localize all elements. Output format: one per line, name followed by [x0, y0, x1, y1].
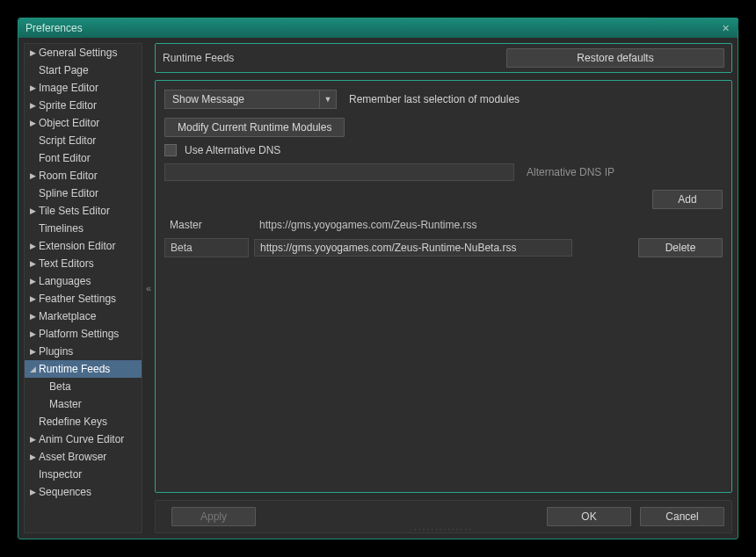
restore-defaults-button[interactable]: Restore defaults — [506, 48, 724, 68]
sidebar-item[interactable]: Beta — [25, 378, 142, 395]
arrow-right-icon: ▶ — [30, 452, 39, 461]
arrow-right-icon: ▶ — [30, 83, 39, 92]
sidebar-item-label: Tile Sets Editor — [39, 205, 110, 217]
sidebar-item[interactable]: ▶Text Editors — [25, 255, 142, 272]
modify-runtime-modules-label: Modify Current Runtime Modules — [178, 121, 331, 134]
modify-runtime-modules-button[interactable]: Modify Current Runtime Modules — [164, 118, 345, 137]
sidebar-item-label: Text Editors — [39, 257, 94, 270]
row-add: Add — [164, 190, 723, 209]
sidebar-item[interactable]: ▶Languages — [25, 272, 142, 290]
window-title: Preferences — [25, 22, 83, 34]
row-modify: Modify Current Runtime Modules — [164, 118, 723, 137]
sidebar-item[interactable]: ▶Marketplace — [25, 307, 142, 325]
show-message-dropdown[interactable]: Show Message ▼ — [164, 90, 337, 109]
sidebar-item[interactable]: ▶Font Editor — [25, 149, 142, 167]
sidebar-item[interactable]: ▶General Settings — [25, 44, 142, 61]
main-panel: Runtime Feeds Restore defaults Show Mess… — [155, 43, 732, 533]
sidebar-item[interactable]: ▶Platform Settings — [25, 325, 142, 343]
row-alt-dns-input: Alternative DNS IP — [164, 163, 723, 181]
cancel-button[interactable]: Cancel — [640, 507, 724, 526]
use-alt-dns-label: Use Alternative DNS — [185, 144, 280, 156]
sidebar-item[interactable]: ▶Spline Editor — [25, 184, 142, 202]
feed-row: BetaDelete — [164, 237, 723, 258]
sidebar-item-label: Asset Browser — [39, 451, 106, 463]
sidebar-item-label: General Settings — [39, 47, 117, 59]
ok-button[interactable]: OK — [547, 507, 631, 526]
sidebar-item[interactable]: ▶Asset Browser — [25, 448, 142, 466]
arrow-right-icon: ▶ — [30, 259, 39, 268]
arrow-right-icon: ▶ — [30, 171, 39, 180]
ok-label: OK — [581, 510, 596, 523]
sidebar-item-label: Font Editor — [39, 152, 91, 164]
sidebar-item[interactable]: ▶Extension Editor — [25, 237, 142, 255]
sidebar-item[interactable]: ▶Room Editor — [25, 167, 142, 184]
sidebar-item-label: Timelines — [39, 222, 84, 235]
add-feed-button[interactable]: Add — [652, 190, 723, 209]
arrow-right-icon: ▶ — [30, 242, 39, 250]
use-alt-dns-checkbox[interactable] — [164, 144, 177, 156]
feed-url-input[interactable] — [254, 239, 572, 257]
resize-grip-icon[interactable]: ·············· — [414, 524, 473, 534]
remember-label: Remember last selection of modules — [349, 93, 520, 105]
restore-defaults-label: Restore defaults — [577, 52, 653, 64]
feed-row: Masterhttps://gms.yoyogames.com/Zeus-Run… — [164, 214, 723, 235]
sidebar-item[interactable]: ▶Script Editor — [25, 132, 142, 149]
arrow-down-icon: ◢ — [30, 365, 39, 373]
add-feed-label: Add — [678, 193, 696, 206]
chevron-down-icon[interactable]: ▼ — [319, 90, 337, 109]
arrow-right-icon: ▶ — [30, 48, 39, 57]
titlebar: Preferences ✕ — [18, 18, 738, 38]
sidebar-item[interactable]: Master — [25, 395, 142, 413]
row-alt-dns-check: Use Alternative DNS — [164, 144, 723, 156]
sidebar-item-label: Beta — [49, 380, 71, 393]
sidebar-item-label: Feather Settings — [39, 293, 116, 305]
footer: Apply OK Cancel ·············· — [155, 500, 732, 533]
window-body: ▶General Settings▶Start Page▶Image Edito… — [18, 38, 738, 539]
apply-button[interactable]: Apply — [171, 507, 256, 526]
sidebar-item[interactable]: ▶Plugins — [25, 343, 142, 360]
panel-content: Show Message ▼ Remember last selection o… — [155, 80, 732, 493]
sidebar-item[interactable]: ▶Redefine Keys — [25, 413, 142, 430]
arrow-right-icon: ▶ — [30, 347, 39, 356]
sidebar-collapse-handle[interactable]: « — [142, 43, 155, 533]
sidebar-item-label: Script Editor — [39, 134, 96, 147]
feed-name[interactable]: Beta — [164, 238, 249, 257]
arrow-right-icon: ▶ — [30, 119, 39, 127]
apply-label: Apply — [200, 510, 227, 523]
sidebar-item[interactable]: ▶Inspector — [25, 466, 142, 483]
sidebar-item[interactable]: ▶Timelines — [25, 220, 142, 237]
row-show-message: Show Message ▼ Remember last selection o… — [164, 90, 723, 109]
feeds-list: Masterhttps://gms.yoyogames.com/Zeus-Run… — [164, 214, 723, 258]
arrow-right-icon: ▶ — [30, 277, 39, 286]
sidebar-item-label: Platform Settings — [39, 328, 119, 340]
sidebar-item-label: Marketplace — [39, 310, 96, 322]
sidebar-item[interactable]: ▶Anim Curve Editor — [25, 430, 142, 448]
sidebar-item[interactable]: ▶Sprite Editor — [25, 97, 142, 114]
close-icon[interactable]: ✕ — [718, 21, 732, 35]
sidebar-item[interactable]: ▶Image Editor — [25, 79, 142, 97]
arrow-right-icon: ▶ — [30, 206, 39, 215]
sidebar-item-label: Extension Editor — [39, 240, 115, 252]
sidebar-item-label: Object Editor — [39, 117, 99, 129]
preferences-window: Preferences ✕ ▶General Settings▶Start Pa… — [18, 18, 738, 539]
feed-name: Master — [164, 215, 249, 235]
sidebar-item[interactable]: ◢Runtime Feeds — [25, 360, 142, 378]
arrow-right-icon: ▶ — [30, 488, 39, 496]
sidebar-item[interactable]: ▶Tile Sets Editor — [25, 202, 142, 220]
chevron-left-icon: « — [146, 283, 151, 293]
sidebar-item[interactable]: ▶Object Editor — [25, 114, 142, 132]
arrow-right-icon: ▶ — [30, 329, 39, 338]
sidebar-item-label: Sprite Editor — [39, 99, 97, 112]
sidebar-item[interactable]: ▶Feather Settings — [25, 290, 142, 307]
sidebar-item-label: Anim Curve Editor — [39, 433, 124, 445]
sidebar-item[interactable]: ▶Start Page — [25, 61, 142, 79]
alt-dns-input[interactable] — [164, 163, 514, 181]
sidebar-wrap: ▶General Settings▶Start Page▶Image Edito… — [24, 43, 155, 533]
sidebar-item-label: Languages — [39, 275, 91, 287]
sidebar-item-label: Master — [49, 398, 82, 410]
sidebar-item[interactable]: ▶Sequences — [25, 483, 142, 501]
sidebar[interactable]: ▶General Settings▶Start Page▶Image Edito… — [24, 43, 142, 533]
sidebar-item-label: Image Editor — [39, 82, 98, 94]
delete-feed-button[interactable]: Delete — [638, 238, 723, 257]
sidebar-item-label: Runtime Feeds — [39, 363, 110, 375]
